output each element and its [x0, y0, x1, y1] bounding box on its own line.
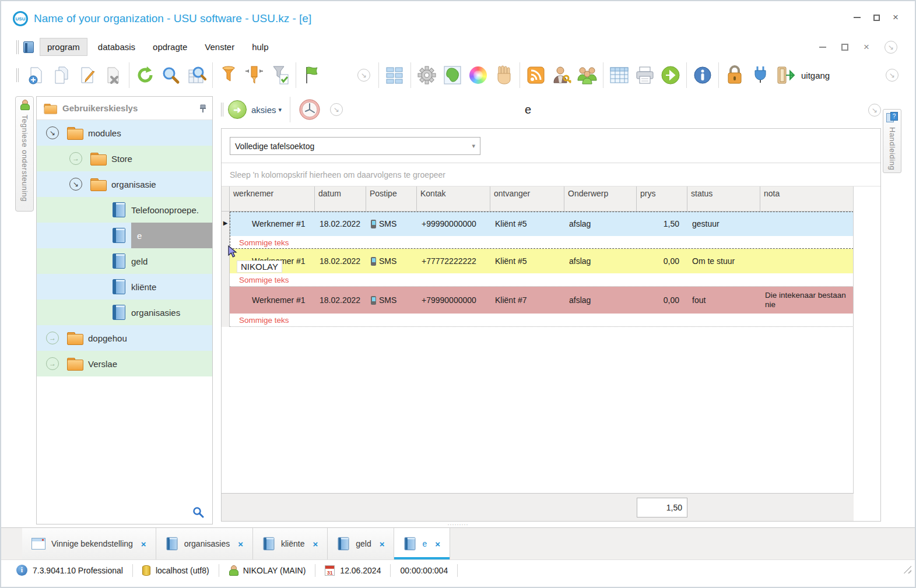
- tree-item-modules[interactable]: ↘ modules: [37, 120, 212, 146]
- filter-icon[interactable]: [216, 62, 241, 88]
- table-row[interactable]: Werknemer #1 18.02.2022 SMS +77772222222…: [222, 249, 853, 287]
- tab-organisasies[interactable]: organisasies ×: [156, 528, 253, 559]
- table-icon[interactable]: [606, 62, 632, 88]
- tree-item-label-selected: e: [131, 223, 212, 248]
- tree-item-verslae[interactable]: → Verslae: [37, 351, 212, 376]
- date-label[interactable]: 12.06.2024: [340, 566, 381, 575]
- tab-kliente[interactable]: kliënte ×: [253, 528, 328, 559]
- menu-program[interactable]: program: [40, 38, 87, 56]
- col-kontak[interactable]: Kontak: [417, 186, 490, 211]
- cell-prys: 0,00: [637, 295, 687, 305]
- mdi-close-icon[interactable]: ×: [864, 41, 869, 53]
- col-postipe[interactable]: Postipe: [366, 186, 417, 211]
- plug-icon[interactable]: [747, 62, 773, 88]
- add-record-icon[interactable]: [23, 62, 49, 88]
- edit-record-icon[interactable]: [75, 62, 100, 88]
- tab-close-icon[interactable]: ×: [238, 539, 243, 549]
- tab-geld[interactable]: geld ×: [328, 528, 394, 559]
- flag-icon[interactable]: [299, 62, 325, 88]
- close-icon[interactable]: ×: [893, 14, 899, 21]
- col-ontvanger[interactable]: ontvanger: [490, 186, 564, 211]
- hand-icon[interactable]: [491, 62, 517, 88]
- rss-icon[interactable]: [523, 62, 549, 88]
- tree-search-icon[interactable]: [192, 506, 204, 518]
- search-mode-select[interactable]: Volledige tafelsoektog ▾: [230, 137, 480, 155]
- minimize-icon[interactable]: [854, 17, 861, 18]
- tree-item-dopgehou[interactable]: → dopgehou: [37, 325, 212, 351]
- windows-grid-icon[interactable]: [382, 62, 408, 88]
- collapse-icon[interactable]: ↘: [69, 178, 82, 191]
- col-datum[interactable]: datum: [315, 186, 366, 211]
- colors-icon[interactable]: [465, 62, 491, 88]
- delete-record-icon[interactable]: [100, 62, 126, 88]
- toolbar-grip[interactable]: [16, 40, 19, 54]
- tree-item-geld[interactable]: geld: [37, 248, 212, 274]
- tree-item-store[interactable]: → Store: [37, 146, 212, 171]
- menu-databasis[interactable]: databasis: [91, 38, 142, 55]
- col-nota[interactable]: nota: [760, 186, 854, 211]
- menubar-chevron-icon[interactable]: ↘: [885, 41, 897, 54]
- folder-icon: [67, 358, 82, 369]
- tree-item-label: kliënte: [131, 282, 156, 292]
- settings-gear-icon[interactable]: [414, 62, 440, 88]
- group-by-hint[interactable]: Sleep 'n kolomopskrif hierheen om daarvo…: [222, 163, 880, 186]
- tab-close-icon[interactable]: ×: [313, 539, 318, 549]
- pin-icon[interactable]: [199, 104, 206, 113]
- expand-icon[interactable]: →: [46, 357, 59, 370]
- table-row[interactable]: ▶ Werknemer #1 18.02.2022 SMS +999900000…: [222, 212, 853, 249]
- tree-item-label: Verslae: [88, 359, 117, 369]
- filter-settings-icon[interactable]: [267, 62, 293, 88]
- combo-caret-icon[interactable]: ▾: [472, 142, 475, 150]
- horizontal-splitter[interactable]: ·········: [1, 522, 915, 527]
- users-icon[interactable]: [574, 62, 600, 88]
- tab-e-active[interactable]: e ×: [394, 528, 450, 559]
- toolbar-chevron-icon[interactable]: ↘: [357, 69, 370, 82]
- tab-close-icon[interactable]: ×: [141, 539, 146, 549]
- expand-icon[interactable]: →: [46, 332, 59, 344]
- main-chevron-icon[interactable]: ↘: [868, 104, 881, 117]
- exit-label[interactable]: uitgang: [801, 71, 830, 80]
- user-permissions-icon[interactable]: [549, 62, 574, 88]
- go-next-icon[interactable]: [658, 62, 683, 88]
- refresh-icon[interactable]: [132, 62, 158, 88]
- col-werknemer[interactable]: werknemer: [230, 186, 315, 211]
- print-icon[interactable]: [632, 62, 658, 88]
- tree-item-e[interactable]: e: [37, 223, 212, 248]
- tab-handleiding[interactable]: Handleiding: [883, 109, 901, 173]
- menu-venster[interactable]: Venster: [198, 38, 241, 55]
- tree-header: Gebruikerskieslys: [37, 97, 212, 120]
- col-onderwerp[interactable]: Onderwerp: [564, 186, 637, 211]
- filter-by-selection-icon[interactable]: [241, 62, 267, 88]
- expand-icon[interactable]: →: [69, 152, 82, 165]
- tab-close-icon[interactable]: ×: [435, 539, 440, 549]
- tree-item-organisasie[interactable]: ↘ organisasie: [37, 171, 212, 197]
- toolbar-grip2[interactable]: [16, 68, 19, 82]
- search-table-icon[interactable]: [184, 62, 209, 88]
- maximize-icon[interactable]: [873, 15, 880, 21]
- lock-icon[interactable]: [722, 62, 747, 88]
- tree-item-telefoonoproepe[interactable]: Telefoonoproepe.: [37, 197, 212, 223]
- menu-hulp[interactable]: hulp: [245, 38, 275, 55]
- col-status[interactable]: status: [687, 186, 760, 211]
- map-icon[interactable]: [440, 62, 465, 88]
- info-icon[interactable]: [690, 62, 715, 88]
- tab-tegniese-ondersteuning[interactable]: Tegniese ondersteuning: [15, 96, 34, 212]
- database-label[interactable]: localhost (utf8): [156, 566, 209, 575]
- search-icon[interactable]: [158, 62, 184, 88]
- table-row[interactable]: Werknemer #1 18.02.2022 SMS +79990000000…: [222, 287, 853, 327]
- cell-ontvanger: Kliënt #5: [490, 256, 564, 266]
- toolbar-right-chevron-icon[interactable]: ↘: [886, 69, 899, 82]
- mdi-restore-icon[interactable]: [841, 44, 848, 51]
- mdi-minimize-icon[interactable]: [819, 47, 826, 48]
- tab-vinnige-bekendstelling[interactable]: Vinnige bekendstelling ×: [22, 528, 156, 559]
- folder-icon: [67, 127, 82, 139]
- copy-record-icon[interactable]: [49, 62, 75, 88]
- tree-item-organisasies[interactable]: organisasies: [37, 300, 212, 325]
- menu-opdragte[interactable]: opdragte: [146, 38, 194, 55]
- col-prys[interactable]: prys: [637, 186, 687, 211]
- tree-item-kliente[interactable]: kliënte: [37, 274, 212, 300]
- collapse-icon[interactable]: ↘: [46, 126, 59, 139]
- tab-close-icon[interactable]: ×: [380, 539, 385, 549]
- exit-icon[interactable]: [773, 62, 799, 88]
- user-label[interactable]: NIKOLAY (MAIN): [243, 566, 306, 575]
